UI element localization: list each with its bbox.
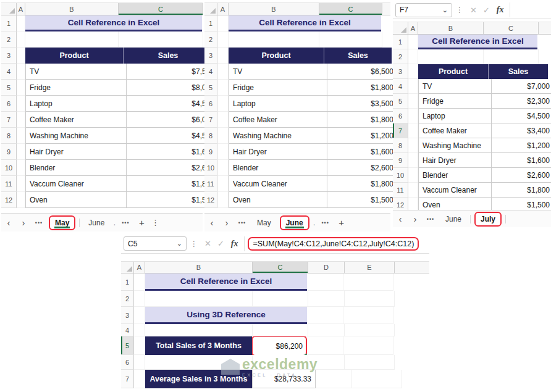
empty-cell[interactable] xyxy=(17,144,25,160)
cell-a1[interactable] xyxy=(17,15,25,31)
col-header-a[interactable]: A xyxy=(17,3,25,15)
empty-cell[interactable] xyxy=(308,324,345,336)
cell-sales[interactable]: $1,200 xyxy=(327,128,398,144)
row-header[interactable]: 4 xyxy=(393,79,408,94)
cell-sales[interactable]: $7,000 xyxy=(492,79,551,94)
empty-cell[interactable] xyxy=(484,49,539,64)
empty-cell[interactable] xyxy=(17,48,25,64)
empty-cell[interactable] xyxy=(134,307,145,324)
col-header-e[interactable]: E xyxy=(345,262,395,273)
col-header-b[interactable]: B xyxy=(25,3,119,15)
empty-cell[interactable] xyxy=(134,336,145,355)
row-header[interactable]: 9 xyxy=(393,153,408,168)
empty-cell[interactable] xyxy=(253,324,308,336)
cell-product[interactable]: Laptop xyxy=(229,96,327,112)
row-header[interactable]: 4 xyxy=(204,64,217,80)
sheet-title-cell[interactable]: Cell Reference in Excel xyxy=(418,35,537,49)
sheet-nav-prev-icon[interactable]: ‹ xyxy=(393,214,408,224)
chevron-down-icon[interactable]: ⌄ xyxy=(177,240,182,248)
cell-sales[interactable]: $1,800 xyxy=(327,176,398,192)
chevron-down-icon[interactable]: ⌄ xyxy=(442,6,448,14)
empty-cell[interactable] xyxy=(418,49,484,64)
cell-sales[interactable]: $3,400 xyxy=(492,123,551,138)
row-header[interactable]: 2 xyxy=(204,31,217,48)
product-header-cell[interactable]: Product xyxy=(229,48,324,64)
col-header-c[interactable]: C xyxy=(319,3,382,15)
row-header[interactable]: 8 xyxy=(204,128,217,144)
row-header[interactable]: 4 xyxy=(1,64,17,80)
sheet-list-icon[interactable]: ••• xyxy=(31,220,47,226)
row-header[interactable]: 9 xyxy=(1,144,17,160)
empty-cell[interactable] xyxy=(308,291,345,307)
row-header[interactable]: 6 xyxy=(204,96,217,112)
formula-input[interactable] xyxy=(510,2,549,17)
cell-sales[interactable]: $1,200 xyxy=(492,138,551,153)
empty-cell[interactable] xyxy=(145,324,253,336)
empty-cell[interactable] xyxy=(408,183,418,198)
empty-cell[interactable] xyxy=(408,64,418,79)
tab-june[interactable]: June xyxy=(439,212,468,227)
cell-product[interactable]: Coffee Maker xyxy=(25,112,127,128)
cell-product[interactable]: Vaccum Cleaner xyxy=(25,176,127,192)
more-sheets-icon[interactable]: ••• xyxy=(318,220,334,226)
tab-may[interactable]: May xyxy=(50,217,74,229)
cell-sales[interactable]: $1,600 xyxy=(492,153,551,168)
empty-cell[interactable] xyxy=(345,291,395,307)
section-title-cell[interactable]: Using 3D Reference xyxy=(145,307,307,324)
sheet-title-cell[interactable]: Cell Reference in Excel xyxy=(229,15,381,31)
empty-cell[interactable] xyxy=(217,192,229,208)
sales-header-cell[interactable]: Sales xyxy=(124,48,212,64)
cell-product[interactable]: Hair Dryer xyxy=(25,144,127,160)
empty-cell[interactable] xyxy=(134,324,145,336)
empty-cell[interactable] xyxy=(217,144,229,160)
empty-cell[interactable] xyxy=(145,291,253,307)
empty-cell[interactable] xyxy=(217,48,229,64)
sheet-nav-next-icon[interactable]: › xyxy=(408,214,423,224)
cell-product[interactable]: Hair Dryer xyxy=(229,144,327,160)
col-header-b[interactable]: B xyxy=(145,262,253,273)
col-header-b[interactable]: B xyxy=(418,22,484,34)
cell-product[interactable]: Fridge xyxy=(418,94,492,109)
cell-sales[interactable]: $1,800 xyxy=(327,112,398,128)
sheet-list-icon[interactable]: ••• xyxy=(234,220,250,226)
row-header[interactable]: 7 xyxy=(204,112,217,128)
total-value-cell-selected[interactable]: $86,200 xyxy=(252,336,307,355)
empty-cell[interactable] xyxy=(217,160,229,176)
empty-cell[interactable] xyxy=(343,273,393,291)
empty-cell[interactable] xyxy=(17,128,25,144)
row-header[interactable]: 12 xyxy=(204,192,217,208)
empty-cell[interactable] xyxy=(343,336,393,355)
empty-cell[interactable] xyxy=(352,370,402,388)
product-header-cell[interactable]: Product xyxy=(25,48,124,64)
cell-sales[interactable]: $1,500 xyxy=(327,192,398,208)
row-header[interactable]: 6 xyxy=(393,109,408,123)
empty-cell[interactable] xyxy=(217,64,229,80)
total-label-cell[interactable]: Total Sales of 3 Months xyxy=(145,336,252,355)
sales-header-cell[interactable]: Sales xyxy=(489,64,548,79)
row-header[interactable]: 5 xyxy=(393,94,408,109)
cell-product[interactable]: Laptop xyxy=(418,109,492,123)
cell-sales[interactable]: $4,500 xyxy=(492,109,551,123)
cell-a1[interactable] xyxy=(134,273,145,291)
row-header[interactable]: 9 xyxy=(204,144,217,160)
cancel-icon[interactable]: ✕ xyxy=(470,6,477,15)
empty-cell[interactable] xyxy=(217,96,229,112)
empty-cell[interactable] xyxy=(408,79,418,94)
select-all-corner[interactable] xyxy=(121,262,134,273)
empty-cell[interactable] xyxy=(119,31,203,48)
product-header-cell[interactable]: Product xyxy=(418,64,489,79)
empty-cell[interactable] xyxy=(17,80,25,96)
cell-a1[interactable] xyxy=(217,15,229,31)
row-header[interactable]: 1 xyxy=(204,15,217,31)
col-header-c[interactable]: C xyxy=(253,262,308,273)
select-all-corner[interactable] xyxy=(393,22,408,34)
row-header[interactable]: 2 xyxy=(1,31,17,48)
empty-cell[interactable] xyxy=(17,176,25,192)
empty-cell[interactable] xyxy=(253,291,308,307)
empty-cell[interactable] xyxy=(17,64,25,80)
cell-product[interactable]: Washing Machine xyxy=(418,138,492,153)
cell-sales[interactable]: $1,800 xyxy=(492,183,551,198)
row-header[interactable]: 1 xyxy=(1,15,17,31)
empty-cell[interactable] xyxy=(17,192,25,208)
row-header[interactable]: 11 xyxy=(204,176,217,192)
